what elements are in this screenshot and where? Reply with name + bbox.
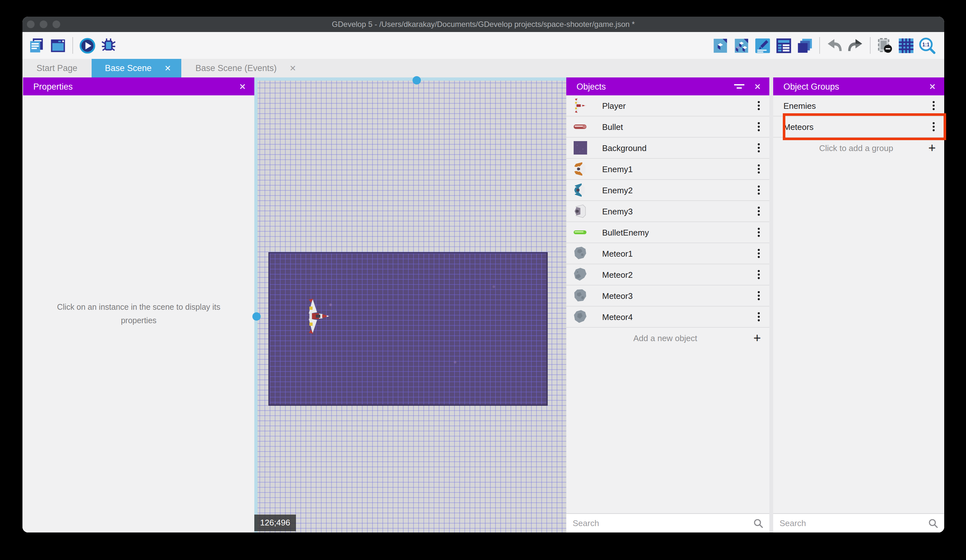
properties-empty-message: Click on an instance in the scene to dis… [43,301,235,327]
object-menu-kebab-icon[interactable] [750,226,767,238]
add-label: Click to add a group [773,143,922,153]
object-row[interactable]: Bullet [566,116,769,138]
toolbar-right-group: 1:1 [710,32,938,59]
object-groups-panel-header: Object Groups ✕ [773,77,944,95]
open-objects-editor-icon[interactable] [710,35,731,56]
object-row[interactable]: Meteor4 [566,306,769,327]
open-object-groups-editor-icon[interactable] [731,35,752,56]
title-bar: GDevelop 5 - /Users/dkarakay/Documents/G… [22,16,944,32]
toolbar-left-group [26,32,119,59]
properties-panel-body: Click on an instance in the scene to dis… [23,95,254,532]
toggle-grid-icon[interactable] [895,35,917,56]
objects-list: PlayerBulletBackgroundEnemy1Enemy2Enemy3… [566,95,769,349]
player-ship-sprite[interactable] [306,298,331,334]
object-name: Meteor4 [602,312,750,322]
properties-panel-header: Properties ✕ [23,77,254,95]
object-menu-kebab-icon[interactable] [750,205,767,217]
close-icon[interactable]: ✕ [754,82,761,91]
project-manager-icon[interactable] [26,35,48,56]
filter-icon[interactable] [733,83,745,90]
object-row[interactable]: Player [566,95,769,116]
open-layers-editor-icon[interactable] [794,35,815,56]
object-menu-kebab-icon[interactable] [750,163,767,175]
plus-icon[interactable]: + [922,141,941,156]
toolbar-separator [870,37,871,54]
object-row[interactable]: Enemy2 [566,180,769,201]
object-menu-kebab-icon[interactable] [750,100,767,111]
search-icon [928,518,938,528]
object-groups-panel-title: Object Groups [784,82,929,91]
object-row[interactable]: Meteor3 [566,285,769,306]
object-row[interactable]: Meteor2 [566,264,769,285]
object-name: Enemy3 [602,206,750,216]
close-icon[interactable]: ✕ [929,82,936,91]
object-menu-kebab-icon[interactable] [750,142,767,154]
horizontal-scrollbar-thumb[interactable] [412,76,421,85]
undo-icon[interactable] [824,35,845,56]
object-menu-kebab-icon[interactable] [750,311,767,323]
object-row[interactable]: Background [566,138,769,159]
object-menu-kebab-icon[interactable] [750,248,767,259]
gdevelop-window: GDevelop 5 - /Users/dkarakay/Documents/G… [22,16,944,532]
toggle-window-mask-icon[interactable] [874,35,895,56]
meteor4-icon [572,308,589,325]
tab-base-scene-events[interactable]: Base Scene (Events)✕ [181,59,310,77]
tab-close-icon[interactable]: ✕ [164,63,171,73]
object-name: Enemy2 [602,185,750,195]
object-name: Meteor1 [602,249,750,258]
object-groups-panel: Object Groups ✕ EnemiesMeteorsClick to a… [773,77,944,532]
object-name: Player [602,101,750,110]
bulletred-icon [572,118,589,135]
object-menu-kebab-icon[interactable] [750,269,767,280]
object-menu-kebab-icon[interactable] [750,121,767,133]
main-toolbar: 1:1 [22,32,944,59]
object-menu-kebab-icon[interactable] [750,184,767,196]
add-group-row[interactable]: Click to add a group+ [773,138,944,159]
object-menu-kebab-icon[interactable] [750,290,767,301]
object-name: BulletEnemy [602,228,750,237]
object-name: Background [602,143,750,152]
object-row[interactable]: Meteor1 [566,243,769,264]
object-row[interactable]: Enemy3 [566,201,769,222]
horizontal-scrollbar[interactable] [254,77,566,81]
objects-search-bar [566,513,769,532]
start-page-window-icon[interactable] [48,35,69,56]
meteor3-icon [572,287,589,304]
vertical-scrollbar[interactable] [254,77,258,532]
object-name: Meteor3 [602,291,750,300]
tab-label: Start Page [36,63,77,73]
tab-close-icon[interactable]: ✕ [289,63,296,73]
redo-icon[interactable] [845,35,866,56]
open-properties-icon[interactable] [752,35,773,56]
enemy3-icon [572,203,589,219]
cursor-coordinates: 126;496 [254,514,296,531]
properties-panel-title: Properties [33,82,239,91]
open-instances-list-icon[interactable] [773,35,794,56]
objects-panel-title: Objects [577,82,733,91]
editor-tab-bar: Start PageBase Scene✕Base Scene (Events)… [22,59,944,77]
scene-canvas[interactable]: 126;496 [254,77,566,532]
enemy2-icon [572,182,589,198]
group-name: Enemies [784,101,925,110]
red-highlight-annotation [783,113,946,140]
tab-base-scene[interactable]: Base Scene✕ [92,59,182,77]
object-row[interactable]: BulletEnemy [566,222,769,243]
bulletgreen-icon [572,224,589,241]
zoom-original-icon[interactable]: 1:1 [917,35,938,56]
vertical-scrollbar-thumb[interactable] [252,312,261,321]
tab-label: Base Scene [105,63,152,73]
object-groups-search-input[interactable] [773,518,928,529]
plus-icon[interactable]: + [748,331,767,345]
shipmini-icon [572,97,589,114]
meteor2-icon [572,266,589,283]
tab-start-page[interactable]: Start Page [22,59,92,77]
group-menu-kebab-icon[interactable] [925,100,941,111]
bgsquare-icon [572,139,589,156]
close-icon[interactable]: ✕ [239,82,246,91]
launch-preview-icon[interactable] [77,35,98,56]
object-groups-search-bar [773,513,944,532]
objects-search-input[interactable] [566,518,753,529]
add-object-row[interactable]: Add a new object+ [566,327,769,349]
debug-icon[interactable] [98,35,119,56]
object-row[interactable]: Enemy1 [566,159,769,180]
